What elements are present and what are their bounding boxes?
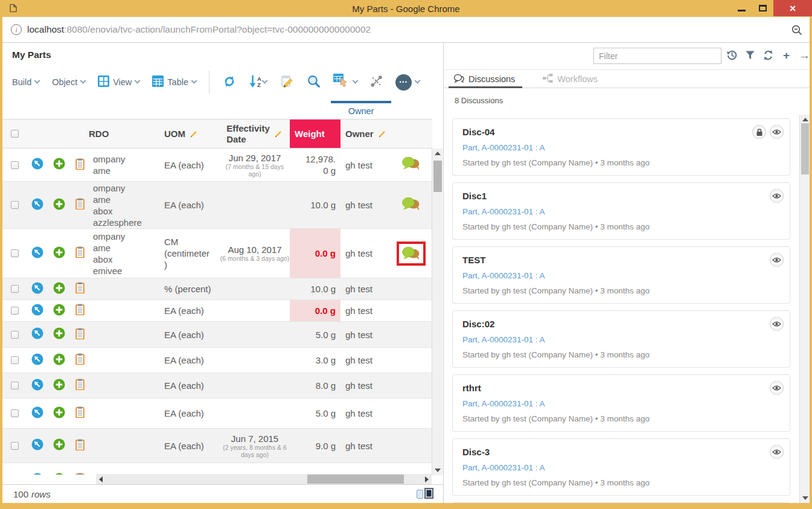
refresh-button[interactable] [222,74,237,91]
navigate-icon[interactable] [31,246,43,261]
discussion-part-link[interactable]: Part, A-0000231-01 : A [462,399,780,408]
discussion-card[interactable]: Disc-04 Part, A-0000231-01 : A Started b… [452,118,790,176]
row-checkbox[interactable] [11,409,19,417]
discussion-part-link[interactable]: Part, A-0000231-01 : A [462,335,780,344]
clipboard-icon[interactable] [75,353,85,367]
zoom-out-icon[interactable] [791,24,802,38]
clipboard-icon[interactable] [75,328,85,342]
navigate-icon[interactable] [31,304,43,318]
discussion-part-link[interactable]: Part, A-0000231-01 : A [462,463,780,472]
discussion-part-link[interactable]: Part, A-0000231-01 : A [462,143,780,152]
column-header-effectivity[interactable]: EffectivityDate [226,123,283,145]
clipboard-icon[interactable] [75,473,85,475]
eye-icon[interactable] [770,253,784,267]
navigate-icon[interactable] [31,353,43,368]
column-header-owner[interactable]: Owner [345,129,387,139]
view-menu[interactable]: View [98,75,139,89]
scroll-left-arrow[interactable] [99,476,103,482]
column-header-weight[interactable]: Weight [290,120,340,148]
eye-icon[interactable] [770,189,784,203]
scroll-up-arrow[interactable] [435,152,441,155]
tab-discussions[interactable]: Discussions [451,70,517,88]
clipboard-icon[interactable] [75,198,85,212]
table-row[interactable]: EA (each) 8.0 g gh test [2,373,432,399]
scroll-down-arrow[interactable] [435,469,441,472]
table-row[interactable]: EA (each) 5.0 g gh test [2,322,432,348]
add-part-icon[interactable] [53,304,65,318]
add-part-icon[interactable] [53,438,65,453]
discussion-part-link[interactable]: Part, A-0000231-01 : A [462,207,780,216]
clipboard-icon[interactable] [75,158,85,172]
vertical-scroll-thumb[interactable] [433,161,442,192]
build-menu[interactable]: Build [12,77,39,87]
history-icon[interactable] [726,50,738,61]
edit-button[interactable] [280,74,294,91]
clipboard-icon[interactable] [75,439,85,453]
reload-icon[interactable] [762,50,774,61]
table-row[interactable]: % (percent) 10.0 g gh test [2,278,432,300]
discussion-card[interactable]: Disc:02 Part, A-0000231-01 : A Started b… [452,310,790,368]
eye-icon[interactable] [770,125,784,139]
panel-scrollbar[interactable] [799,115,810,503]
discussion-card[interactable]: rthrt Part, A-0000231-01 : A Started by … [452,374,790,432]
table-row[interactable]: EA (each) 5.0 g gh test [2,399,432,429]
eye-icon[interactable] [770,445,784,459]
row-checkbox[interactable] [11,161,19,169]
table-row[interactable]: EA (each) Jun 7, 2015 (2 years, 8 months… [2,429,432,463]
discussion-chat-icon[interactable] [401,196,421,214]
navigate-icon[interactable] [31,198,43,213]
clipboard-icon[interactable] [75,379,85,392]
connect-button[interactable] [370,75,383,89]
scroll-up-arrow[interactable] [802,118,808,121]
column-actions-menu[interactable] [333,74,357,91]
object-menu[interactable]: Object [52,77,85,87]
add-part-icon[interactable] [53,246,65,261]
navigate-icon[interactable] [31,158,43,172]
row-checkbox[interactable] [11,285,19,293]
add-part-icon[interactable] [53,282,65,296]
row-checkbox[interactable] [11,356,19,364]
panel-scroll-thumb[interactable] [801,123,809,174]
lock-icon[interactable] [752,125,766,139]
clipboard-icon[interactable] [75,304,85,318]
table-row[interactable]: ompany ame abox azzlesphere EA (each) 10… [2,182,432,229]
search-button[interactable] [307,74,321,90]
add-part-icon[interactable] [53,473,65,475]
scroll-down-arrow[interactable] [802,496,808,500]
clipboard-icon[interactable] [75,246,85,260]
table-row[interactable]: ompany ame abox emivee CM (centimeter ) … [2,229,432,278]
row-checkbox[interactable] [11,249,19,257]
address-text[interactable]: localhost:8080/enovia/tvc-action/launchF… [27,24,371,35]
tab-workflows[interactable]: Workflows [540,70,600,88]
clipboard-icon[interactable] [75,406,85,420]
eye-icon[interactable] [770,381,784,395]
page-view-icon[interactable] [417,490,423,499]
table-row[interactable]: % (percent) Jun 7, 2015 0.0 g gh test [2,463,432,475]
navigate-icon[interactable] [31,327,43,342]
table-horizontal-scrollbar[interactable] [96,474,432,484]
navigate-icon[interactable] [31,406,43,421]
discussion-chat-icon[interactable] [401,156,421,174]
row-checkbox[interactable] [11,442,19,450]
filter-funnel-icon[interactable] [744,50,756,61]
panel-view-icon[interactable] [424,488,433,499]
add-part-icon[interactable] [53,379,65,393]
expand-panel-icon[interactable]: → [799,50,810,61]
row-checkbox[interactable] [11,201,19,209]
discussion-card[interactable]: TEST Part, A-0000231-01 : A Started by g… [452,246,790,304]
maximize-button[interactable] [752,0,773,16]
discussion-chat-icon[interactable] [397,242,426,266]
clipboard-icon[interactable] [75,282,85,296]
select-all-checkbox[interactable] [11,130,19,138]
navigate-icon[interactable] [31,282,43,296]
discussion-part-link[interactable]: Part, A-0000231-01 : A [462,271,780,280]
eye-icon[interactable] [770,317,784,331]
info-icon[interactable]: i [11,24,22,35]
table-row[interactable]: EA (each) 0.0 g gh test [2,300,432,322]
row-checkbox[interactable] [11,307,19,315]
horizontal-scroll-thumb[interactable] [307,475,404,484]
add-icon[interactable]: + [781,50,792,61]
add-part-icon[interactable] [53,353,65,368]
discussion-card[interactable]: Disc Part, A-0000231-01 : A Started by g… [452,502,790,503]
navigate-icon[interactable] [31,379,43,393]
